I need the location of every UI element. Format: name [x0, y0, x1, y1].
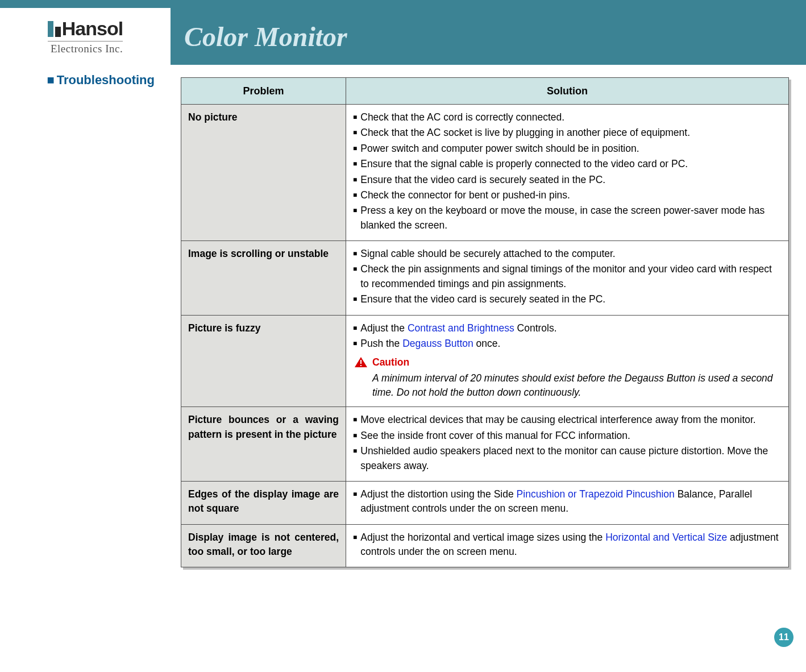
text-run: Ensure that the signal cable is properly…: [360, 158, 688, 169]
solution-text: Check the pin assignments and signal tim…: [360, 262, 782, 291]
solution-line: ■Signal cable should be securely attache…: [353, 247, 782, 261]
solution-text: Move electrical devices that may be caus…: [360, 413, 782, 427]
solution-line: ■Ensure that the video card is securely …: [353, 292, 782, 306]
solution-text: Adjust the distortion using the Side Pin…: [360, 487, 782, 516]
solution-line: ■Adjust the distortion using the Side Pi…: [353, 487, 782, 516]
table-row: Image is scrolling or unstable■Signal ca…: [181, 241, 789, 316]
solution-text: See the inside front cover of this manua…: [360, 429, 782, 443]
solution-line: ■Unshielded audio speakers placed next t…: [353, 444, 782, 473]
square-bullet-icon: ■: [353, 262, 357, 291]
solution-line: ■Power switch and computer power switch …: [353, 142, 782, 156]
text-run: Ensure that the video card is securely s…: [360, 293, 605, 305]
solution-cell: ■Check that the AC cord is correctly con…: [346, 105, 789, 241]
square-bullet-icon: ■: [353, 126, 357, 140]
problem-cell: Picture bounces or a waving pattern is p…: [181, 407, 346, 482]
solution-line: ■See the inside front cover of this manu…: [353, 429, 782, 443]
caution-label: Caution: [372, 355, 409, 370]
square-bullet-icon: ■: [353, 188, 357, 202]
solution-line: ■Ensure that the signal cable is properl…: [353, 157, 782, 171]
square-bullet-icon: ■: [353, 110, 357, 125]
table-row: No picture■Check that the AC cord is cor…: [181, 105, 789, 241]
text-run: Adjust the distortion using the Side: [360, 488, 516, 500]
solution-line: ■Press a key on the keyboard or move the…: [353, 204, 782, 233]
problem-cell: Edges of the display image are not squar…: [181, 481, 346, 524]
table-row: Picture is fuzzy■Adjust the Contrast and…: [181, 315, 789, 407]
section-heading: Troubleshooting: [57, 73, 155, 87]
text-run: Press a key on the keyboard or move the …: [360, 205, 765, 230]
link-text: Contrast and Brightness: [408, 322, 514, 334]
square-bullet-icon: ■: [353, 321, 357, 335]
solution-text: Signal cable should be securely attached…: [360, 247, 782, 261]
brand-subtitle: Electronics Inc.: [48, 41, 123, 55]
square-bullet-icon: ■: [353, 173, 357, 187]
solution-cell: ■Signal cable should be securely attache…: [346, 241, 789, 316]
page-title: Color Monitor: [184, 21, 347, 52]
table-row: Picture bounces or a waving pattern is p…: [181, 407, 789, 482]
solution-line: ■Check that the AC socket is live by plu…: [353, 126, 782, 140]
table-row: Edges of the display image are not squar…: [181, 481, 789, 524]
section-heading-row: ■Troubleshooting: [0, 73, 171, 88]
header-bar: Color Monitor: [171, 8, 806, 65]
text-run: Signal cable should be securely attached…: [360, 248, 615, 259]
text-run: Ensure that the video card is securely s…: [360, 174, 605, 185]
top-strip: [0, 0, 806, 8]
text-run: Check the pin assignments and signal tim…: [360, 263, 772, 289]
square-bullet-icon: ■: [47, 73, 54, 87]
solution-text: Power switch and computer power switch s…: [360, 142, 782, 156]
solution-line: ■Check the pin assignments and signal ti…: [353, 262, 782, 291]
solution-text: Check that the AC socket is live by plug…: [360, 126, 782, 140]
square-bullet-icon: ■: [353, 487, 357, 516]
solution-text: Check that the AC cord is correctly conn…: [360, 110, 782, 125]
solution-line: ■Check the connector for bent or pushed-…: [353, 188, 782, 202]
caution-body: A minimum interval of 20 minutes should …: [372, 371, 782, 400]
problem-cell: Image is scrolling or unstable: [181, 241, 346, 316]
problem-cell: Display image is not centered, too small…: [181, 524, 346, 567]
solution-line: ■Ensure that the video card is securely …: [353, 173, 782, 187]
page-number-badge: 11: [774, 628, 793, 647]
text-run: Check that the AC cord is correctly conn…: [360, 111, 564, 123]
content-area: Problem Solution No picture■Check that t…: [181, 77, 789, 567]
text-run: Adjust the horizontal and vertical image…: [360, 532, 605, 543]
text-run: Check that the AC socket is live by plug…: [360, 127, 690, 138]
page-number: 11: [779, 632, 789, 642]
sidebar-lower: [0, 65, 171, 672]
solution-line: ■Adjust the Contrast and Brightness Cont…: [353, 321, 782, 335]
square-bullet-icon: ■: [353, 292, 357, 306]
link-text: Degauss Button: [402, 338, 473, 349]
text-run: Check the connector for bent or pushed-i…: [360, 189, 570, 201]
logo-area: Hansol Electronics Inc.: [0, 8, 171, 65]
svg-rect-1: [360, 360, 362, 364]
problem-cell: No picture: [181, 105, 346, 241]
solution-cell: ■Adjust the distortion using the Side Pi…: [346, 481, 789, 524]
square-bullet-icon: ■: [353, 337, 357, 351]
warning-triangle-icon: [354, 356, 368, 368]
square-bullet-icon: ■: [353, 247, 357, 261]
solution-text: Push the Degauss Button once.: [360, 337, 782, 351]
solution-text: Adjust the Contrast and Brightness Contr…: [360, 321, 782, 335]
solution-cell: ■Adjust the horizontal and vertical imag…: [346, 524, 789, 567]
brand-name: Hansol: [62, 18, 123, 40]
square-bullet-icon: ■: [353, 157, 357, 171]
solution-line: ■Push the Degauss Button once.: [353, 337, 782, 351]
square-bullet-icon: ■: [353, 429, 357, 443]
solution-text: Ensure that the signal cable is properly…: [360, 157, 782, 171]
solution-text: Unshielded audio speakers placed next to…: [360, 444, 782, 473]
text-run: Unshielded audio speakers placed next to…: [360, 445, 768, 471]
solution-text: Ensure that the video card is securely s…: [360, 292, 782, 306]
solution-text: Adjust the horizontal and vertical image…: [360, 530, 782, 559]
square-bullet-icon: ■: [353, 444, 357, 473]
caution-block: Caution: [354, 355, 782, 370]
text-run: Controls.: [514, 322, 557, 334]
link-text: Pincushion or Trapezoid Pincushion: [517, 488, 675, 500]
troubleshooting-table: Problem Solution No picture■Check that t…: [181, 77, 789, 567]
svg-rect-2: [360, 365, 362, 366]
solution-cell: ■Adjust the Contrast and Brightness Cont…: [346, 315, 789, 407]
solution-text: Press a key on the keyboard or move the …: [360, 204, 782, 233]
square-bullet-icon: ■: [353, 413, 357, 427]
text-run: Adjust the: [360, 322, 408, 334]
square-bullet-icon: ■: [353, 530, 357, 559]
solution-text: Ensure that the video card is securely s…: [360, 173, 782, 187]
problem-cell: Picture is fuzzy: [181, 315, 346, 407]
brand-logo: Hansol Electronics Inc.: [48, 18, 123, 55]
col-header-solution: Solution: [346, 78, 789, 105]
